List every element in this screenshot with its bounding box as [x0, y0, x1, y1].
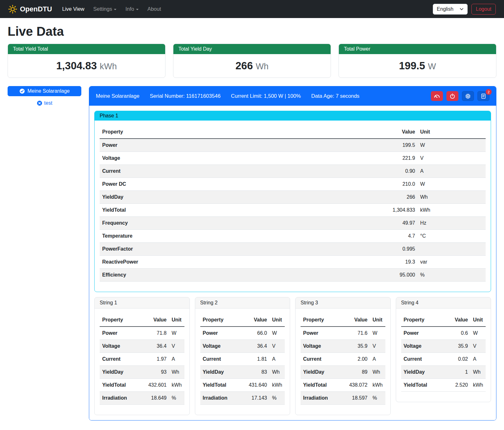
- unit-cell: kWh: [470, 379, 486, 392]
- value-cell: 1.81: [246, 353, 270, 366]
- nav-settings[interactable]: Settings: [89, 3, 121, 15]
- string-card-title: String 1: [95, 297, 190, 308]
- string-table: Property Value Unit Power 66.0: [200, 314, 285, 405]
- table-row: Frequency 49.97 Hz: [100, 217, 486, 230]
- unit-cell: A: [270, 353, 285, 366]
- inverter-limit: Current Limit: 1,500 W | 100%: [231, 93, 301, 99]
- table-row: Power DC 210.0 W: [100, 178, 486, 191]
- property-cell: Efficiency: [100, 269, 390, 282]
- event-log-button[interactable]: 2: [477, 91, 489, 101]
- table-row: YieldTotal 438.072 kWh: [301, 379, 385, 392]
- table-row: Power 71.6 W: [301, 327, 385, 340]
- value-cell: 210.0: [390, 178, 418, 191]
- property-cell: YieldTotal: [301, 379, 347, 392]
- table-row: YieldTotal 2.520 kWh: [401, 379, 486, 392]
- table-row: Voltage 35.9 V: [301, 340, 385, 353]
- phase-card: Phase 1 Property Value Unit: [94, 111, 491, 292]
- phase-table: Property Value Unit Power 199.5: [100, 126, 486, 282]
- summary-unit: Wh: [256, 62, 269, 71]
- property-cell: Current: [200, 353, 246, 366]
- value-cell: 49.97: [390, 217, 418, 230]
- property-cell: YieldDay: [401, 366, 452, 379]
- nav-about[interactable]: About: [143, 3, 165, 15]
- value-cell: 17.143: [246, 392, 270, 405]
- phase-card-title: Phase 1: [95, 111, 491, 121]
- x-circle-icon: [37, 100, 42, 106]
- property-cell: Voltage: [100, 152, 390, 165]
- unit-cell: Wh: [169, 366, 184, 379]
- inverter-data-age: Data Age: 7 seconds: [311, 93, 359, 99]
- phase-card-body: Property Value Unit Power 199.5: [95, 121, 491, 292]
- summary-unit: kWh: [100, 62, 117, 71]
- unit-cell: Wh: [270, 366, 285, 379]
- table-row: Voltage 221.9 V: [100, 152, 486, 165]
- unit-cell: W: [418, 139, 486, 152]
- table-row: Current 1.97 A: [100, 353, 184, 366]
- unit-cell: kWh: [370, 379, 385, 392]
- table-row: Current 0.90 A: [100, 165, 486, 178]
- sun-logo-icon: [8, 5, 17, 14]
- property-cell: Current: [401, 353, 452, 366]
- table-row: YieldTotal 1,304.833 kWh: [100, 204, 486, 217]
- property-cell: Power: [100, 327, 146, 340]
- unit-cell: W: [270, 327, 285, 340]
- table-header-row: Property Value Unit: [100, 314, 184, 327]
- brand[interactable]: OpenDTU: [8, 5, 52, 14]
- table-row: Power 0.6 W: [401, 327, 486, 340]
- value-cell: 36.4: [246, 340, 270, 353]
- string-card-title: String 4: [396, 297, 491, 308]
- string-table-body: Power 71.8 W Voltage 36.4 V Current: [100, 327, 184, 405]
- value-cell: 1.97: [146, 353, 169, 366]
- table-header-row: Property Value Unit: [401, 314, 486, 327]
- table-row: YieldDay 266 Wh: [100, 191, 486, 204]
- column-header-value: Value: [146, 314, 169, 327]
- inverter-actions: 2: [431, 91, 489, 101]
- nav-settings-label: Settings: [93, 6, 112, 12]
- value-cell: 2.520: [452, 379, 470, 392]
- string-2-card: String 2 Property Value Unit: [195, 297, 290, 415]
- chevron-down-icon: [114, 9, 116, 10]
- nav-live-view[interactable]: Live View: [58, 3, 89, 15]
- unit-cell: Wh: [470, 366, 486, 379]
- value-cell: 36.4: [146, 340, 169, 353]
- language-select[interactable]: English: [433, 4, 468, 15]
- table-header-row: Property Value Unit: [301, 314, 385, 327]
- logout-button[interactable]: Logout: [471, 4, 496, 15]
- property-cell: YieldDay: [100, 366, 146, 379]
- unit-cell: V: [370, 340, 385, 353]
- nav-info[interactable]: Info: [121, 3, 143, 15]
- unit-cell: Wh: [418, 191, 486, 204]
- string-table: Property Value Unit Power 71.6: [301, 314, 385, 405]
- column-header-property: Property: [100, 314, 146, 327]
- string-card-body: Property Value Unit Power 71.8: [95, 308, 190, 415]
- sidebar-item-test[interactable]: test: [8, 100, 81, 106]
- string-table: Property Value Unit Power 71.8: [100, 314, 184, 405]
- property-cell: Voltage: [100, 340, 146, 353]
- value-cell: 221.9: [390, 152, 418, 165]
- table-row: Current 0.02 A: [401, 353, 486, 366]
- value-cell: 83: [246, 366, 270, 379]
- device-info-button[interactable]: [462, 91, 474, 101]
- unit-cell: kWh: [169, 379, 184, 392]
- strings-row: String 1 Property Value Unit: [94, 297, 491, 415]
- unit-cell: [418, 243, 486, 256]
- string-card-body: Property Value Unit Power 71.6: [296, 308, 390, 415]
- unit-cell: A: [370, 353, 385, 366]
- power-toggle-button[interactable]: [446, 91, 458, 101]
- property-cell: YieldTotal: [100, 379, 146, 392]
- summary-card-title: Total Power: [339, 44, 496, 54]
- total-yield-day-card: Total Yield Day 266Wh: [173, 44, 331, 78]
- inverter-name: Meine Solaranlage: [96, 93, 140, 99]
- value-cell: 266: [390, 191, 418, 204]
- unit-cell: var: [418, 256, 486, 269]
- limit-settings-button[interactable]: [431, 91, 443, 101]
- string-table-body: Power 71.6 W Voltage 35.9 V Current: [301, 327, 385, 405]
- unit-cell: V: [470, 340, 486, 353]
- value-cell: 2.00: [347, 353, 370, 366]
- summary-card-title: Total Yield Day: [173, 44, 331, 54]
- navbar-right: English Logout: [433, 4, 496, 15]
- total-yield-total-card: Total Yield Total 1,304.83kWh: [8, 44, 165, 78]
- language-select-value: English: [437, 6, 453, 12]
- table-row: YieldDay 93 Wh: [100, 366, 184, 379]
- inverter-select-button[interactable]: Meine Solaranlage: [8, 86, 81, 96]
